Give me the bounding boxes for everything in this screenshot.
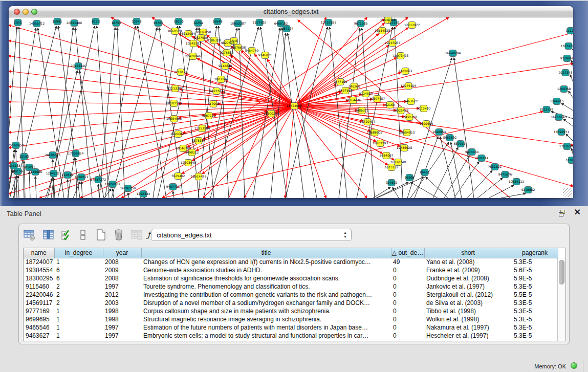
graph-edge[interactable] <box>18 176 19 198</box>
graph-edge[interactable] <box>35 177 36 198</box>
graph-edge[interactable] <box>454 162 479 198</box>
graph-edge[interactable] <box>373 187 390 198</box>
table-row[interactable]: 946362711997Embryonic stem cells: a mode… <box>24 332 558 340</box>
table-cell[interactable]: 5.3E-5 <box>512 332 558 340</box>
table-cell[interactable]: 0 <box>391 307 424 315</box>
table-cell[interactable]: Jankovic et al. (1997) <box>424 282 512 291</box>
graph-edge[interactable] <box>294 106 573 145</box>
table-cell[interactable]: 0 <box>391 274 424 282</box>
graph-edge[interactable] <box>563 119 573 126</box>
table-cell[interactable]: Changes of HCN gene expression and I(f) … <box>141 258 391 266</box>
table-cell[interactable]: Estimation of the future numbers of pati… <box>141 323 391 332</box>
table-cell[interactable]: 9777169 <box>24 307 54 315</box>
graph-edge[interactable] <box>426 177 448 198</box>
table-cell[interactable]: 1997 <box>103 323 141 332</box>
import-table-icon[interactable] <box>130 229 144 242</box>
table-cell[interactable]: Hescheler et al. (1997) <box>424 332 512 340</box>
table-cell[interactable]: 9115460 <box>24 282 54 291</box>
table-cell[interactable]: 1998 <box>103 315 141 323</box>
graph-edge[interactable] <box>570 75 573 82</box>
table-cell[interactable]: 0 <box>391 332 424 340</box>
table-row[interactable]: 946554611997Estimation of the future num… <box>24 323 558 332</box>
table-row[interactable]: 1456911722003Disruption of a novel membe… <box>24 299 558 307</box>
graph-edge[interactable] <box>294 17 367 106</box>
row-options-icon[interactable] <box>77 229 90 242</box>
table-cell[interactable]: 5.3E-5 <box>512 315 558 323</box>
table-row[interactable]: 969969511998Structural magnetic resonanc… <box>24 315 558 323</box>
graph-edge[interactable] <box>294 106 573 186</box>
table-cell[interactable]: 1 <box>54 258 103 266</box>
table-cell[interactable]: 5.9E-5 <box>512 274 558 282</box>
table-cell[interactable]: 5.3E-5 <box>512 282 558 291</box>
table-cell[interactable]: 5.3E-5 <box>512 299 558 307</box>
table-cell[interactable]: Wolkin et al. (1998) <box>424 315 512 323</box>
graph-edge[interactable] <box>153 26 178 198</box>
graph-edge[interactable] <box>500 193 526 198</box>
table-cell[interactable]: 1 <box>54 332 103 340</box>
table-cell[interactable]: 0 <box>391 282 424 291</box>
table-cell[interactable]: 0 <box>391 266 424 274</box>
create-table-icon[interactable] <box>23 229 36 242</box>
table-cell[interactable]: 1 <box>54 307 103 315</box>
table-cell[interactable]: 5.5E-5 <box>512 291 558 299</box>
table-cell[interactable]: Estimation of significance thresholds fo… <box>141 274 391 282</box>
table-cell[interactable]: 5.3E-5 <box>512 258 558 266</box>
network-canvas[interactable]: 2051140557121689120891406912018753103431… <box>9 17 573 198</box>
table-cell[interactable]: Tibbo et al. (1998) <box>424 307 512 315</box>
table-cell[interactable]: 0 <box>391 291 424 299</box>
table-cell[interactable]: Disruption of a novel member of a sodium… <box>141 299 391 307</box>
column-header-out_de[interactable]: △ out_de… <box>391 248 424 258</box>
graph-edge[interactable] <box>282 28 304 198</box>
new-document-icon[interactable] <box>95 229 108 242</box>
table-cell[interactable]: Genome-wide association studies in ADHD. <box>141 266 391 274</box>
graph-edge[interactable] <box>415 137 438 198</box>
table-row[interactable]: 1872400712008Changes of HCN gene express… <box>24 258 558 266</box>
table-cell[interactable]: 5.6E-5 <box>512 266 558 274</box>
window-titlebar[interactable]: citations_edges.txt <box>9 6 573 17</box>
column-header-title[interactable]: title <box>141 248 391 258</box>
table-cell[interactable]: Embryonic stem cells: a model to study s… <box>141 332 391 340</box>
column-header-in_degree[interactable]: in_degree <box>54 248 103 258</box>
table-cell[interactable]: 2 <box>54 291 103 299</box>
column-header-year[interactable]: year <box>103 248 141 258</box>
graph-edge[interactable] <box>9 102 294 106</box>
graph-edge[interactable] <box>561 103 573 111</box>
delete-icon[interactable] <box>113 229 126 242</box>
attribute-table[interactable]: namein_degreeyeartitle△ out_de…shortpage… <box>24 248 558 340</box>
graph-edge[interactable] <box>572 60 573 68</box>
table-cell[interactable]: Franke et al. (2009) <box>424 266 512 274</box>
table-cell[interactable]: 2008 <box>103 274 141 282</box>
table-cell[interactable]: 6 <box>54 274 103 282</box>
table-cell[interactable]: de Silva et al. (2003) <box>424 299 512 307</box>
graph-edge[interactable] <box>566 134 573 141</box>
table-cell[interactable]: 1998 <box>103 307 141 315</box>
table-row[interactable]: 1938455462009Genome-wide association stu… <box>24 266 558 274</box>
table-cell[interactable]: 1 <box>54 323 103 332</box>
table-cell[interactable]: 18724007 <box>24 258 54 266</box>
table-cell[interactable]: 5.3E-5 <box>512 307 558 315</box>
graph-edge[interactable] <box>180 26 199 198</box>
graph-edge[interactable] <box>572 148 573 156</box>
table-cell[interactable]: 0 <box>391 299 424 307</box>
table-cell[interactable]: 0 <box>391 323 424 332</box>
table-cell[interactable]: Stergiakouli et al. (2012) <box>424 291 512 299</box>
table-cell[interactable]: 22420046 <box>24 291 54 299</box>
graph-edge[interactable] <box>294 106 326 198</box>
table-cell[interactable]: 1 <box>54 315 103 323</box>
graph-edge[interactable] <box>377 177 424 198</box>
graph-edge[interactable] <box>241 51 294 106</box>
table-cell[interactable]: Tourette syndrome. Phenomenology and cla… <box>141 282 391 291</box>
table-cell[interactable]: 2003 <box>103 299 141 307</box>
resize-grip[interactable] <box>563 188 572 197</box>
table-cell[interactable]: Dudbridge et al. (2008) <box>424 274 512 282</box>
table-row[interactable]: 911546021997Tourette syndrome. Phenomeno… <box>24 282 558 291</box>
table-row[interactable]: 2242004622012Investigating the contribut… <box>24 291 558 299</box>
graph-edge[interactable] <box>467 170 492 198</box>
graph-edge[interactable] <box>9 106 294 148</box>
table-row[interactable]: 1830029562008Estimation of significance … <box>24 274 558 282</box>
graph-edge[interactable] <box>105 26 136 198</box>
graph-edge[interactable] <box>9 71 294 106</box>
table-cell[interactable]: 9465546 <box>24 323 54 332</box>
table-cell[interactable]: 1997 <box>103 332 141 340</box>
table-cell[interactable]: 2 <box>54 299 103 307</box>
